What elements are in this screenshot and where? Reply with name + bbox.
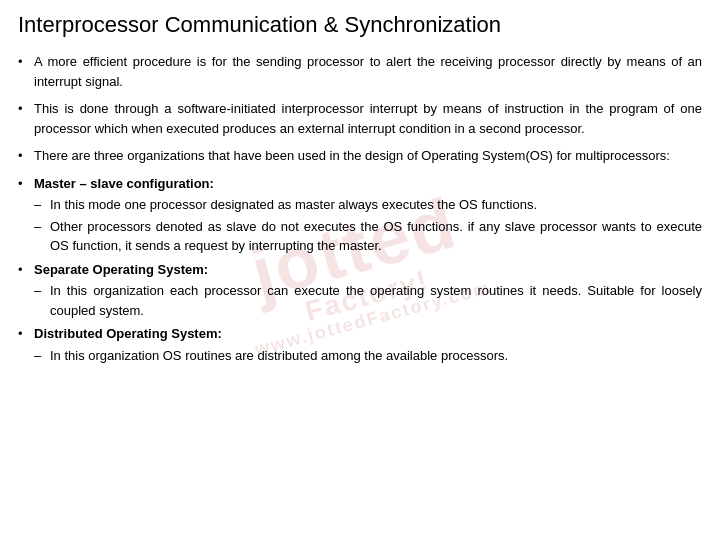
bullet6-heading: Distributed Operating System: [34, 326, 222, 341]
sub-item-text: In this organization each processor can … [50, 283, 702, 318]
content-area: Interprocessor Communication & Synchroni… [18, 12, 702, 365]
list-item: Distributed Operating System: In this or… [18, 324, 702, 365]
page-container: jotted Factory! www.jottedFactory.com In… [0, 0, 720, 540]
sub-list-item: In this organization each processor can … [34, 281, 702, 320]
sub-list: In this organization OS routines are dis… [34, 346, 702, 366]
sub-list: In this organization each processor can … [34, 281, 702, 320]
list-item: There are three organizations that have … [18, 146, 702, 166]
bullet2-text: This is done through a software-initiate… [34, 101, 702, 136]
sub-item-text: In this mode one processor designated as… [50, 197, 537, 212]
bullet5-heading: Separate Operating System: [34, 262, 208, 277]
list-item: Separate Operating System: In this organ… [18, 260, 702, 321]
main-list: A more efficient procedure is for the se… [18, 52, 702, 365]
sub-list-item: In this organization OS routines are dis… [34, 346, 702, 366]
page-title: Interprocessor Communication & Synchroni… [18, 12, 702, 38]
list-item: This is done through a software-initiate… [18, 99, 702, 138]
bullet1-text: A more efficient procedure is for the se… [34, 54, 702, 89]
sub-item-text: In this organization OS routines are dis… [50, 348, 508, 363]
bullet3-text: There are three organizations that have … [34, 148, 670, 163]
bullet4-heading: Master – slave configuration: [34, 176, 214, 191]
sub-list: In this mode one processor designated as… [34, 195, 702, 256]
sub-list-item: Other processors denoted as slave do not… [34, 217, 702, 256]
sub-item-text: Other processors denoted as slave do not… [50, 219, 702, 254]
list-item: A more efficient procedure is for the se… [18, 52, 702, 91]
list-item: Master – slave configuration: In this mo… [18, 174, 702, 256]
sub-list-item: In this mode one processor designated as… [34, 195, 702, 215]
